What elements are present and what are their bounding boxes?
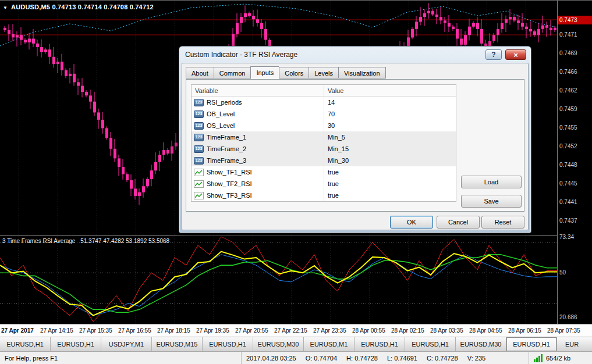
variable-name: Show_TF2_RSI <box>207 178 252 190</box>
input-row[interactable]: Show_TF2_RSItrue <box>192 178 456 190</box>
inputs-table[interactable]: Variable Value 123RSI_periods14123OB_Lev… <box>191 84 456 202</box>
numeric-input-icon: 123 <box>194 157 204 165</box>
dialog-body: AboutCommonInputsColorsLevelsVisualizati… <box>182 63 529 230</box>
price-scale[interactable]: 0.7473 0.74710.74690.74660.74620.74590.7… <box>558 1 592 324</box>
chart-window-tab[interactable]: EURUSD,H1 <box>51 337 101 351</box>
statusbar-close: C: 0.74728 <box>427 355 458 362</box>
time-axis-label: 27 Apr 18:15 <box>157 327 190 334</box>
time-axis-label: 27 Apr 16:55 <box>118 327 151 334</box>
time-axis-label: 27 Apr 2017 <box>1 327 34 334</box>
chart-window-tab[interactable]: EURUSD,H1 <box>506 337 557 351</box>
input-row[interactable]: 123OB_Level70 <box>192 108 456 120</box>
value-cell[interactable]: 30 <box>324 120 456 131</box>
value-cell[interactable]: Min_30 <box>324 155 456 166</box>
chart-window-tab[interactable]: EURUSD,M30 <box>253 337 304 351</box>
price-scale-label: 0.7466 <box>559 69 577 75</box>
statusbar-quote-cell: 2017.04.28 03:25 O: 0.74704 H: 0.74728 L… <box>242 352 529 364</box>
variable-cell[interactable]: 123TimeFrame_2 <box>192 143 324 155</box>
ok-button[interactable]: OK <box>390 216 433 229</box>
input-row[interactable]: 123TimeFrame_2Min_15 <box>192 143 456 155</box>
numeric-input-icon: 123 <box>194 122 204 130</box>
chart-window-tab[interactable]: EURUSD,M15 <box>152 337 203 351</box>
variable-cell[interactable]: 123OB_Level <box>192 108 324 120</box>
value-cell[interactable]: 14 <box>324 97 456 108</box>
time-axis-label: 28 Apr 03:35 <box>430 327 463 334</box>
dialog-close-button[interactable]: × <box>505 49 526 60</box>
variable-cell[interactable]: Show_TF3_RSI <box>192 190 324 201</box>
dialog-titlebar[interactable]: Custom Indicator - 3TF RSI Average <box>179 47 531 63</box>
chart-window-tab[interactable]: USDJPY,M1 <box>101 337 152 351</box>
dialog-help-button[interactable]: ? <box>485 49 502 60</box>
variable-cell[interactable]: 123TimeFrame_3 <box>192 155 324 166</box>
numeric-input-icon: 123 <box>194 134 204 141</box>
variable-cell[interactable]: Show_TF2_RSI <box>192 178 324 190</box>
chart-window-tab[interactable]: EURUSD,H1 <box>203 337 253 351</box>
indicator-name-label: 3 Time Frames RSI Average <box>2 238 75 244</box>
metatrader-window: ▼ AUDUSD,M5 0.74713 0.74714 0.74708 0.74… <box>0 0 592 364</box>
variable-cell[interactable]: 123OS_Level <box>192 120 324 131</box>
value-cell[interactable]: true <box>324 178 456 190</box>
chart-window-tab[interactable]: EURUSD,H1 <box>0 337 51 351</box>
statusbar-open: O: 0.74704 <box>306 355 337 362</box>
statusbar-help-text: For Help, press F1 <box>0 352 242 364</box>
input-row[interactable]: 123TimeFrame_3Min_30 <box>192 155 456 166</box>
chart-header: ▼ AUDUSD,M5 0.74713 0.74714 0.74708 0.74… <box>3 3 154 10</box>
statusbar-volume: V: 235 <box>467 355 485 362</box>
input-row[interactable]: Show_TF1_RSItrue <box>192 166 456 178</box>
chart-dropdown-icon[interactable]: ▼ <box>3 5 8 10</box>
dialog-tab-levels[interactable]: Levels <box>309 67 338 78</box>
inputs-tab-page: Variable Value 123RSI_periods14123OB_Lev… <box>186 79 524 212</box>
chart-window-tab[interactable]: EURUSD,M30 <box>456 337 506 351</box>
chart-window-tabbar: EURUSD,H1EURUSD,H1USDJPY,M1EURUSD,M15EUR… <box>0 337 592 351</box>
load-button[interactable]: Load <box>461 176 522 188</box>
input-row[interactable]: Show_TF3_RSItrue <box>192 190 456 201</box>
price-scale-label: 0.7471 <box>559 31 577 38</box>
value-cell[interactable]: Min_5 <box>324 131 456 143</box>
variable-cell[interactable]: 123RSI_periods <box>192 97 324 108</box>
numeric-input-icon: 123 <box>194 110 204 118</box>
time-axis-label: 27 Apr 20:55 <box>235 327 268 334</box>
value-cell[interactable]: true <box>324 190 456 201</box>
variable-cell[interactable]: 123TimeFrame_1 <box>192 131 324 143</box>
variable-cell[interactable]: Show_TF1_RSI <box>192 166 324 178</box>
connection-traffic-label: 654/2 kb <box>546 355 570 362</box>
chart-window-tab[interactable]: EUR <box>557 337 592 351</box>
time-axis-label: 27 Apr 19:35 <box>196 327 229 334</box>
cancel-button[interactable]: Cancel <box>437 216 480 229</box>
value-cell[interactable]: true <box>324 166 456 178</box>
dialog-tab-common[interactable]: Common <box>214 67 251 78</box>
variable-name: RSI_periods <box>207 97 242 108</box>
value-cell[interactable]: 70 <box>324 108 456 120</box>
input-row[interactable]: 123RSI_periods14 <box>192 97 456 108</box>
time-axis-label: 28 Apr 02:15 <box>391 327 424 334</box>
indicator-title: 3 Time Frames RSI Average 51.3747 47.428… <box>2 238 173 244</box>
time-axis-label: 28 Apr 04:55 <box>469 327 502 334</box>
chart-window-tab[interactable]: EURUSD,M1 <box>304 337 355 351</box>
indicator-scale-label: 50 <box>559 269 566 276</box>
input-row[interactable]: 123TimeFrame_1Min_5 <box>192 131 456 143</box>
value-column-header: Value <box>324 85 456 97</box>
time-axis[interactable]: 27 Apr 201727 Apr 14:1527 Apr 15:3527 Ap… <box>0 324 592 337</box>
statusbar-high: H: 0.74728 <box>346 355 378 362</box>
chart-quotes-label: 0.74713 0.74714 0.74708 0.74712 <box>52 3 153 10</box>
dialog-tab-colors[interactable]: Colors <box>279 67 309 78</box>
dialog-tab-inputs[interactable]: Inputs <box>250 66 279 79</box>
price-scale-label: 0.7437 <box>559 217 577 224</box>
input-row[interactable]: 123OS_Level30 <box>192 120 456 131</box>
time-axis-label: 27 Apr 23:35 <box>313 327 346 334</box>
value-cell[interactable]: Min_15 <box>324 143 456 155</box>
bid-price-badge: 0.7473 <box>558 16 592 24</box>
connection-bars-icon <box>534 354 543 362</box>
chart-window-tab[interactable]: EURUSD,H1 <box>405 337 456 351</box>
chart-window-tab[interactable]: EURUSD,H1 <box>355 337 405 351</box>
statusbar-datetime: 2017.04.28 03:25 <box>246 355 296 362</box>
statusbar-connection-cell: 654/2 kb <box>529 352 592 364</box>
price-scale-label: 0.7462 <box>559 87 577 94</box>
rsi-indicator-canvas[interactable] <box>0 235 558 324</box>
dialog-tab-visualization[interactable]: Visualization <box>338 67 386 78</box>
dialog-tab-about[interactable]: About <box>186 67 214 78</box>
save-button[interactable]: Save <box>461 195 522 208</box>
reset-button[interactable]: Reset <box>481 216 524 229</box>
price-scale-label: 0.7455 <box>559 124 577 131</box>
indicator-scale-label: 20.686 <box>559 314 577 320</box>
